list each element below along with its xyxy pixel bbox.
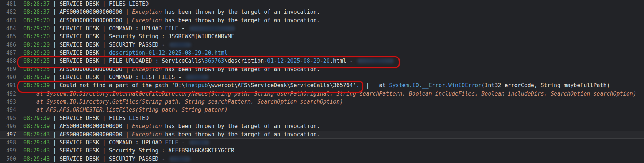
log-text: 08:28:37 | AFS0000000000000000 | Excepti… [16,8,320,16]
timestamp: 08:29:43 [23,139,50,146]
path-link[interactable]: inetpub [185,82,208,89]
log-line-500[interactable]: 50008:29:43 | SERVICE DESK | SECURITY PA… [0,155,644,163]
log-text: 08:29:20 | SERVICE DESK | SECURITY PASSE… [16,41,191,49]
timestamp: 08:29:25 [23,66,50,73]
text-segment: - [300,58,304,64]
log-line-496[interactable]: 49608:29:39 | AFS0000000000000000 | Exce… [0,122,644,130]
indent-guide [24,90,24,98]
line-number[interactable]: 496 [0,122,16,130]
line-number[interactable]: 490 [0,73,16,81]
text-segment: | SERVICE DESK | Security String : JSGRE… [50,33,234,40]
log-line-499[interactable]: 49908:29:43 | SERVICE DESK | Security St… [0,147,644,155]
line-number[interactable]: 491 [0,81,16,89]
line-number[interactable]: 481 [0,0,16,8]
log-text: 08:29:25 | AFS0000000000000000 | Excepti… [16,65,320,73]
log-line-495[interactable]: 49508:29:39 | SERVICE DESK | FILES LISTE… [0,114,644,122]
line-number[interactable]: 499 [0,147,16,155]
text-segment: 01 [267,58,274,64]
log-text: 08:29:43 | SERVICE DESK | SECURITY PASSE… [16,155,190,163]
text-segment: | SERVICE DESK | FILES LISTED [50,1,149,7]
text-segment: - [320,58,323,64]
line-number[interactable]: 485 [0,32,16,40]
line-number[interactable]: 484 [0,24,16,32]
indent-guide [24,98,24,106]
line-number[interactable]: 488 [0,57,16,65]
log-line-486[interactable]: 48608:29:20 | SERVICE DESK | SECURITY PA… [0,41,644,49]
text-segment: at System.IO.Directory.InternalGetFileDi… [23,90,636,97]
log-lines-container: 48108:28:37 | SERVICE DESK | FILES LISTE… [0,0,644,163]
log-line-493[interactable]: 493 at System.IO.Directory.GetFiles(Stri… [0,98,644,106]
text-segment: | AFS0000000000000000 | [50,66,132,73]
log-text: 08:29:39 | SERVICE DESK | COMMAND : LIST… [16,73,209,81]
log-line-497[interactable]: 49708:29:43 | AFS0000000000000000 | Exce… [0,131,644,139]
line-number[interactable]: 489 [0,65,16,73]
text-segment: System.IO.__Error.WinIOError [389,82,481,89]
redacted-text [189,140,209,145]
log-line-492[interactable]: 492 at System.IO.Directory.InternalGetFi… [0,90,644,98]
line-number[interactable]: 482 [0,8,16,16]
line-number[interactable]: 500 [0,155,16,163]
text-segment: has been thrown by the target of an invo… [162,17,320,24]
line-number[interactable]: 493 [0,98,16,106]
text-segment: (Int32 errorCode, String maybeFullPath) [481,82,610,89]
timestamp: 08:28:37 [23,9,50,15]
text-segment: | SERVICE DESK | [50,50,109,56]
text-segment: Exception [132,17,162,24]
timestamp: 08:29:43 [23,131,50,138]
text-segment: | Could not find a part of the path 'D:\ [50,82,185,89]
line-number[interactable]: 486 [0,41,16,49]
timestamp: 08:28:37 [23,1,50,7]
log-line-485[interactable]: 48508:29:20 | SERVICE DESK | Security St… [0,32,644,40]
log-line-491[interactable]: 49108:29:39 | Could not find a part of t… [0,81,644,89]
log-text: 08:29:43 | AFS0000000000000000 | Excepti… [16,131,320,139]
text-segment: description-01-12-2025-08-29-20.html [109,50,228,56]
log-text: 08:28:37 | SERVICE DESK | FILES LISTED [16,0,149,8]
line-number[interactable]: 483 [0,16,16,24]
line-number[interactable]: 498 [0,139,16,147]
redacted-text [169,156,190,162]
log-line-488[interactable]: 48808:29:25 | SERVICE DESK | FILE UPLOAD… [0,57,644,65]
text-segment: Exception [132,123,162,129]
text-segment: Exception [132,9,162,15]
log-text: 08:29:39 | AFS0000000000000000 | Excepti… [16,122,320,130]
log-text: 08:29:20 | SERVICE DESK | COMMAND : UPLO… [16,24,235,32]
log-line-494[interactable]: 494 at AFS.AFS.ORCHESTER.listFiles(Strin… [0,106,644,114]
log-text: 08:29:20 | SERVICE DESK | Security Strin… [16,32,234,40]
timestamp: 08:29:43 [23,147,50,154]
text-segment: | SERVICE DESK | COMMAND : LIST FILES - [50,74,185,81]
log-line-489[interactable]: 48908:29:25 | AFS0000000000000000 | Exce… [0,65,644,73]
log-text: 08:29:43 | SERVICE DESK | COMMAND : UPLO… [16,139,209,147]
log-text: at AFS.AFS.ORCHESTER.listFiles(String pa… [16,106,228,114]
timestamp: 08:29:39 [23,82,50,89]
indent-guide [24,106,24,114]
line-number[interactable]: 487 [0,49,16,57]
log-line-483[interactable]: 48308:29:20 | AFS0000000000000000 | Exce… [0,16,644,24]
text-segment: 2025 [287,58,300,64]
line-number[interactable]: 494 [0,106,16,114]
text-segment: | AFS0000000000000000 | [50,9,132,15]
line-number[interactable]: 497 [0,131,16,139]
log-line-482[interactable]: 48208:28:37 | AFS0000000000000000 | Exce… [0,8,644,16]
log-line-487[interactable]: 48708:29:20 | SERVICE DESK | description… [0,49,644,57]
log-line-481[interactable]: 48108:28:37 | SERVICE DESK | FILES LISTE… [0,0,644,8]
timestamp: 08:29:20 [23,33,50,40]
log-viewer: 48108:28:37 | SERVICE DESK | FILES LISTE… [0,0,644,163]
text-segment: | SERVICE DESK | COMMAND : UPLOAD FILE - [50,25,188,32]
text-segment: Exception [132,131,162,138]
text-segment: has been thrown by the target of an invo… [162,9,320,15]
log-text: at System.IO.Directory.GetFiles(String p… [16,98,343,106]
line-number[interactable]: 495 [0,114,16,122]
line-number[interactable]: 492 [0,90,16,98]
timestamp: 08:29:25 [23,58,50,64]
redacted-text [169,42,191,47]
text-segment: \wwwroot\AFS\ServiceDesk\ServiceCalls\36… [208,82,389,89]
log-line-498[interactable]: 49808:29:43 | SERVICE DESK | COMMAND : U… [0,139,644,147]
log-line-484[interactable]: 48408:29:20 | SERVICE DESK | COMMAND : U… [0,24,644,32]
timestamp: 08:29:39 [23,115,50,121]
log-line-490[interactable]: 49008:29:39 | SERVICE DESK | COMMAND : L… [0,73,644,81]
log-text: 08:29:43 | SERVICE DESK | Security Strin… [16,147,234,155]
text-segment: | SERVICE DESK | FILE UPLOADED : Service… [50,58,204,64]
text-segment: \description- [224,58,267,64]
log-text: 08:29:25 | SERVICE DESK | FILE UPLOADED … [16,57,394,65]
text-segment: | SERVICE DESK | SECURITY PASSED - [50,156,168,162]
